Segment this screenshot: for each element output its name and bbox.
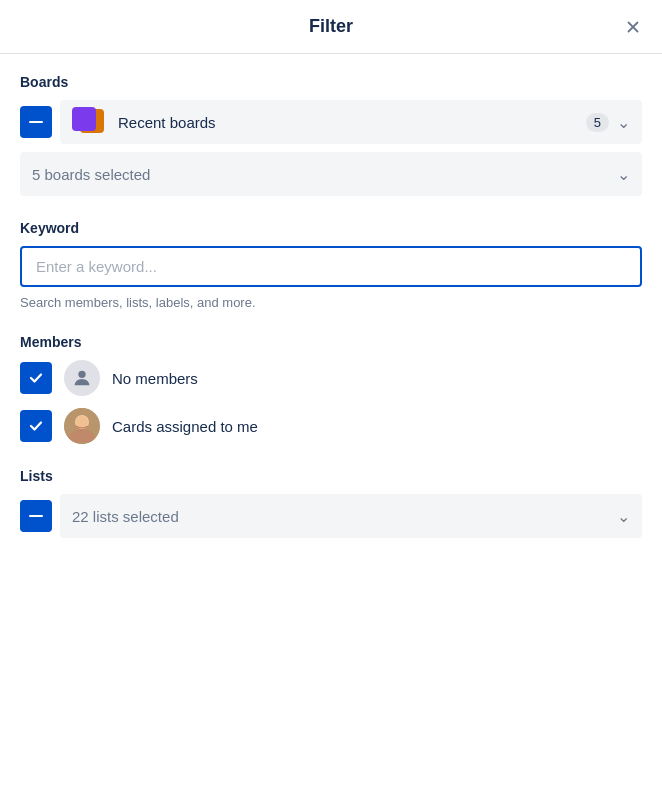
- lists-label: Lists: [20, 468, 642, 484]
- modal-header: Filter: [0, 0, 662, 54]
- keyword-label: Keyword: [20, 220, 642, 236]
- boards-selected-chevron-icon: ⌄: [617, 165, 630, 184]
- boards-dropdown[interactable]: Recent boards 5 ⌄: [60, 100, 642, 144]
- lists-dropdown[interactable]: 22 lists selected ⌄: [60, 494, 642, 538]
- assigned-to-me-avatar: [64, 408, 100, 444]
- boards-icon-stack: [72, 107, 108, 137]
- boards-recent-label: Recent boards: [118, 114, 216, 131]
- svg-point-1: [78, 371, 85, 378]
- minus-icon: [29, 115, 43, 129]
- members-label: Members: [20, 334, 642, 350]
- boards-dropdown-right: 5 ⌄: [586, 113, 630, 132]
- boards-selected-text: 5 boards selected: [32, 166, 150, 183]
- checkmark-icon: [28, 370, 44, 386]
- person-icon: [71, 367, 93, 389]
- boards-row: Recent boards 5 ⌄: [20, 100, 642, 144]
- no-members-avatar: [64, 360, 100, 396]
- no-members-checkbox[interactable]: [20, 362, 52, 394]
- keyword-hint: Search members, lists, labels, and more.: [20, 295, 642, 310]
- close-icon: [624, 18, 642, 36]
- boards-count-badge: 5: [586, 113, 609, 132]
- modal-title: Filter: [309, 16, 353, 37]
- svg-point-4: [76, 416, 88, 428]
- close-button[interactable]: [620, 14, 646, 40]
- svg-rect-5: [29, 515, 43, 517]
- lists-chevron-icon: ⌄: [617, 507, 630, 526]
- modal-body: Boards Recent boards: [0, 54, 662, 582]
- checkmark-icon-2: [28, 418, 44, 434]
- member-row: No members: [20, 360, 642, 396]
- boards-chevron-icon: ⌄: [617, 113, 630, 132]
- boards-selected-row[interactable]: 5 boards selected ⌄: [20, 152, 642, 196]
- boards-label: Boards: [20, 74, 642, 90]
- keyword-section: Keyword Search members, lists, labels, a…: [20, 220, 642, 310]
- filter-modal: Filter Boards: [0, 0, 662, 582]
- board-icon-front: [72, 107, 96, 131]
- keyword-input[interactable]: [20, 246, 642, 287]
- lists-section: Lists 22 lists selected ⌄: [20, 468, 642, 538]
- lists-row: 22 lists selected ⌄: [20, 494, 642, 538]
- lists-minus-icon: [29, 509, 43, 523]
- boards-minus-button[interactable]: [20, 106, 52, 138]
- assigned-to-me-row: Cards assigned to me: [20, 408, 642, 444]
- assigned-to-me-name: Cards assigned to me: [112, 418, 258, 435]
- boards-section: Boards Recent boards: [20, 74, 642, 196]
- svg-rect-0: [29, 121, 43, 123]
- no-members-name: No members: [112, 370, 198, 387]
- user-avatar-img: [64, 408, 100, 444]
- boards-dropdown-left: Recent boards: [72, 107, 216, 137]
- lists-selected-text: 22 lists selected: [72, 508, 179, 525]
- lists-minus-button[interactable]: [20, 500, 52, 532]
- members-section: Members No members: [20, 334, 642, 444]
- assigned-to-me-checkbox[interactable]: [20, 410, 52, 442]
